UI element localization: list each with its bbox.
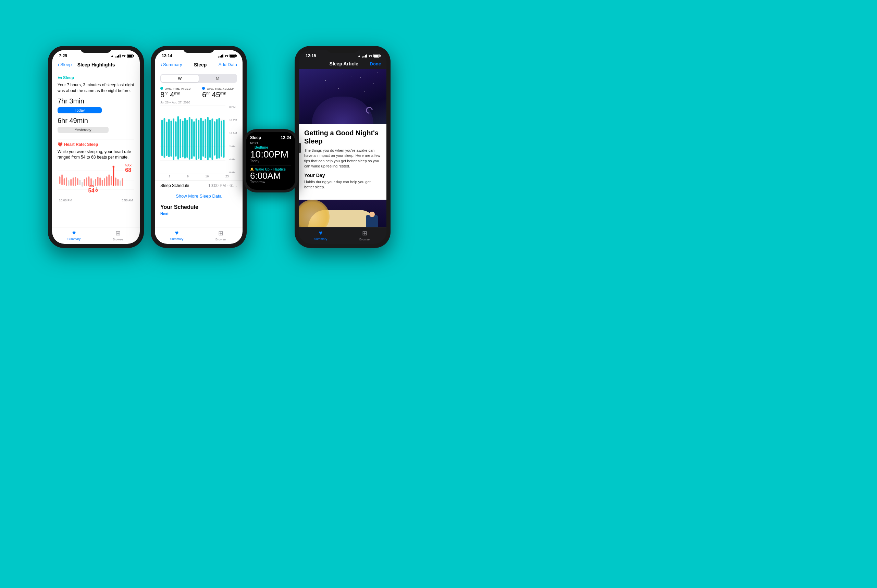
period-tab-m[interactable]: M [199,75,236,82]
nav-title-2: Sleep [182,62,219,68]
status-icons-2: ▾▾ [218,54,236,58]
tab-browse-1[interactable]: ⊞ Browse [96,230,140,241]
time-1: 7:29 [59,53,67,58]
screen-content-1: 🛏 Sleep Your 7 hours, 3 minutes of sleep… [52,71,140,227]
avg-time-asleep: AVG. TIME ASLEEP 6hr 45min [202,87,237,99]
svg-rect-53 [189,117,191,160]
grid-tab-icon-3: ⊞ [362,230,367,237]
svg-rect-56 [195,118,197,160]
svg-rect-55 [193,121,195,156]
yesterday-stat: 6hr 49min [57,117,134,124]
show-more-button[interactable]: Show More Sleep Data [155,191,243,201]
sleep-section: 🛏 Sleep Your 7 hours, 3 minutes of sleep… [52,71,140,205]
svg-rect-10 [75,177,76,186]
svg-rect-58 [200,118,202,160]
yesterday-badge: Yesterday [57,127,109,133]
dot-teal [160,87,163,90]
svg-rect-57 [198,120,200,159]
wifi-icon: ▾▾ [122,54,125,58]
watch-header: Sleep 12:24 [250,135,291,140]
svg-rect-61 [207,117,209,160]
battery-icon-2 [230,54,236,57]
svg-rect-52 [186,120,188,158]
heart-tab-icon: ♥ [72,230,76,237]
article-title: Getting a Good Night's Sleep [304,129,381,145]
chevron-left-icon [57,61,60,68]
hr-time-axis: 10:00 PM 5:58 AM [57,199,134,202]
svg-rect-62 [209,120,211,158]
article-body: The things you do when you're awake can … [304,148,381,169]
period-tab-w[interactable]: W [161,75,199,82]
status-icons-3: ▲ ▾▾ [357,54,380,58]
svg-rect-65 [216,119,218,159]
today-time: 7hr 3min [57,97,134,105]
sleep-label: 🛏 Sleep [57,75,134,80]
svg-rect-59 [203,120,204,156]
svg-rect-44 [168,119,170,157]
svg-rect-33 [96,187,97,190]
svg-rect-63 [211,118,213,160]
svg-rect-24 [106,176,108,186]
heart-description: While you were sleeping, your heart rate… [57,149,134,160]
nav-title-3: Sleep Article [318,61,370,66]
hr-chart-svg [57,163,134,197]
svg-rect-8 [70,179,72,186]
grid-tab-icon: ⊞ [116,230,120,237]
grid-tab-icon-2: ⊞ [218,230,223,237]
phone-3: 12:15 ▲ ▾▾ Sleep Article Done [294,46,390,248]
avg-bed-label: AVG. TIME IN BED [160,87,195,90]
svg-rect-29 [115,177,117,186]
svg-rect-6 [66,177,67,186]
time-2: 12:14 [162,53,172,58]
phone-1: 7:29 ▲ ▾▾ Sleep Sleep Highlights [48,46,144,248]
svg-rect-54 [191,119,192,159]
divider-1 [57,139,134,140]
heart-tab-icon-2: ♥ [175,230,179,237]
svg-rect-67 [221,120,222,156]
x-labels: 2 9 16 23 [155,174,243,179]
today-stat: 7hr 3min [57,97,134,105]
avg-asleep-label: AVG. TIME ASLEEP [202,87,237,90]
screen-3: 12:15 ▲ ▾▾ Sleep Article Done [299,50,386,244]
tab-summary-3[interactable]: ♥ Summary [299,230,342,241]
svg-rect-3 [59,176,61,184]
svg-rect-21 [99,177,101,186]
avg-time-bed: AVG. TIME IN BED 8hr 4min [160,87,195,99]
tab-bar-3: ♥ Summary ⊞ Browse [299,227,386,244]
tab-summary-2[interactable]: ♥ Summary [155,230,199,241]
hr-min-label: MIN 54 [89,184,95,194]
svg-rect-7 [68,180,69,186]
location-icon: ▲ [110,54,114,58]
screen-content-2: W M AVG. TIME IN BED 8hr 4min [155,71,243,227]
svg-rect-26 [111,176,112,186]
done-button[interactable]: Done [370,61,381,66]
add-data-button[interactable]: Add Data [219,62,237,67]
sleep-stats-row: AVG. TIME IN BED 8hr 4min AVG. TIME ASLE… [155,86,243,100]
y-labels: 8 PM 10 PM 12 AM 2 AM 4 AM 6 AM [229,105,237,174]
sleep-description: Your 7 hours, 3 minutes of sleep last ni… [57,82,134,94]
svg-rect-66 [218,118,220,159]
chevron-left-icon-2 [160,61,162,68]
heart-rate-label: ❤️ Heart Rate: Sleep [57,142,134,147]
wifi-icon-3: ▾▾ [369,54,372,58]
wifi-icon-2: ▾▾ [225,54,228,58]
bar-chart: 8 PM 10 PM 12 AM 2 AM 4 AM 6 AM [155,105,243,174]
tab-summary-1[interactable]: ♥ Summary [52,230,96,241]
tab-browse-3[interactable]: ⊞ Browse [342,230,386,241]
svg-rect-64 [214,121,215,156]
svg-rect-14 [84,179,85,186]
svg-rect-45 [171,120,172,156]
signal-icon-3 [362,54,367,57]
hr-max-label: MAX 68 [125,164,132,173]
heart-icon: ❤️ [57,142,63,147]
your-day-body: Habits during your day can help you get … [304,180,381,190]
signal-icon [116,54,120,57]
back-button-1[interactable]: Sleep [57,61,72,68]
back-button-2[interactable]: Summary [160,61,182,68]
screen-2: 12:14 ▾▾ Summary Sleep Add Data [155,50,243,244]
tab-browse-2[interactable]: ⊞ Browse [199,230,243,241]
your-schedule-title: Your Schedule [155,201,243,212]
svg-rect-23 [104,178,105,186]
article-content: Getting a Good Night's Sleep The things … [299,124,386,200]
nav-bar-3: Sleep Article Done [299,60,386,69]
